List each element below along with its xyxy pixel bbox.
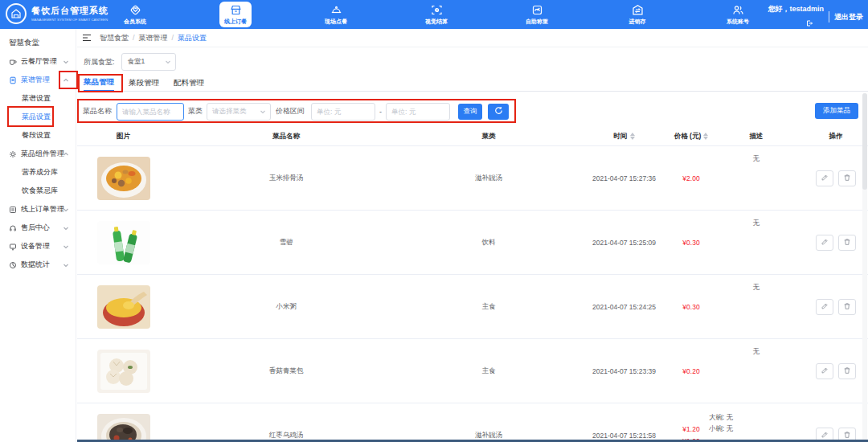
menu-collapse-icon[interactable] bbox=[82, 34, 92, 42]
dish-name-label: 菜品名称 bbox=[83, 106, 112, 117]
dish-price: ¥0.20 bbox=[674, 339, 709, 403]
nav-label: 视觉结算 bbox=[425, 18, 448, 26]
chevron-up-icon bbox=[63, 151, 69, 158]
pie-chart-icon bbox=[9, 261, 17, 269]
sidebar-item-meal-period-settings[interactable]: 餐段设置 bbox=[0, 126, 76, 145]
nav-item-member-system[interactable]: 会员系统 bbox=[113, 2, 158, 27]
edit-button[interactable] bbox=[816, 299, 833, 315]
table-row: 香菇青菜包 主食 2021-04-07 15:23:39 ¥0.20 无 bbox=[77, 339, 868, 403]
sidebar-label: 餐段设置 bbox=[22, 130, 51, 141]
vertical-scrollbar[interactable] bbox=[862, 93, 867, 441]
query-button[interactable]: 查询 bbox=[458, 104, 482, 120]
nav-item-inventory[interactable]: 进销存 bbox=[615, 2, 660, 27]
delete-button[interactable] bbox=[838, 235, 856, 251]
tab-meal-period-management[interactable]: 菜段管理 bbox=[129, 74, 159, 92]
scale-icon bbox=[531, 4, 543, 16]
dish-time: 2021-04-07 15:21:58 bbox=[575, 403, 674, 442]
sidebar-item-online-order-management[interactable]: 线上订单管理 bbox=[0, 200, 76, 219]
pencil-icon bbox=[821, 236, 829, 248]
dish-price-list: ¥1.20 ¥1.00 bbox=[674, 403, 709, 442]
heart-badge-icon bbox=[129, 4, 141, 16]
dish-category: 滋补靓汤 bbox=[403, 403, 575, 442]
nav-item-online-ordering[interactable]: 线上订餐 bbox=[219, 2, 252, 27]
sidebar-item-nutrition-library[interactable]: 营养成分库 bbox=[0, 163, 76, 182]
dish-name: 红枣乌鸡汤 bbox=[170, 403, 403, 442]
breadcrumb: 智慧食堂 / 菜谱管理 / 菜品设置 bbox=[77, 29, 868, 47]
add-dish-button[interactable]: 添加菜品 bbox=[815, 103, 858, 119]
column-header-category: 菜类 bbox=[403, 127, 575, 145]
table-row: 玉米排骨汤 滋补靓汤 2021-04-07 15:27:36 ¥2.00 无 bbox=[77, 146, 868, 211]
tab-ingredient-management[interactable]: 配料管理 bbox=[174, 74, 204, 92]
sidebar-item-data-statistics[interactable]: 数据统计 bbox=[0, 256, 76, 274]
dish-price: ¥0.30 bbox=[674, 211, 709, 274]
canteen-select[interactable]: 食堂1 bbox=[121, 53, 176, 71]
breadcrumb-separator: / bbox=[172, 34, 174, 42]
tab-dish-management[interactable]: 菜品管理 bbox=[84, 74, 114, 92]
logout-icon[interactable] bbox=[806, 15, 813, 30]
nav-item-self-weighing[interactable]: 自助称重 bbox=[514, 2, 559, 27]
document-icon bbox=[9, 76, 17, 84]
price-min-input[interactable] bbox=[311, 103, 375, 121]
sort-carets-icon[interactable] bbox=[703, 133, 708, 140]
sidebar-label: 智慧食堂 bbox=[9, 38, 39, 48]
dish-table: 图片 菜品名称 菜类 时间 价格 (元) 描述 操作 玉米排骨汤 滋补靓汤 20… bbox=[77, 127, 868, 442]
price-max-input[interactable] bbox=[386, 103, 450, 121]
edit-button[interactable] bbox=[816, 170, 833, 186]
sidebar-label: 饮食禁忌库 bbox=[22, 186, 58, 196]
sidebar-item-device-management[interactable]: 设备管理 bbox=[0, 237, 76, 256]
chevron-down-icon bbox=[260, 108, 266, 115]
delete-button[interactable] bbox=[838, 299, 856, 315]
breadcrumb-item[interactable]: 菜谱管理 bbox=[139, 33, 168, 43]
dish-price: ¥1.20 bbox=[682, 424, 699, 435]
sidebar-item-dish-settings[interactable]: 菜品设置 bbox=[0, 108, 76, 126]
refresh-button[interactable] bbox=[488, 104, 509, 120]
column-header-time[interactable]: 时间 bbox=[575, 127, 674, 145]
table-header-row: 图片 菜品名称 菜类 时间 价格 (元) 描述 操作 bbox=[77, 127, 868, 146]
canteen-select-value: 食堂1 bbox=[128, 57, 145, 67]
column-header-label: 时间 bbox=[614, 132, 628, 141]
sidebar-item-dish-component-management[interactable]: 菜品组件管理 bbox=[0, 145, 76, 163]
sidebar-item-smart-canteen[interactable]: 智慧食堂 bbox=[0, 34, 76, 52]
logout-button[interactable]: 退出登录 bbox=[834, 12, 863, 23]
sidebar-item-after-sales-center[interactable]: 售后中心 bbox=[0, 219, 76, 237]
trash-icon bbox=[843, 301, 851, 313]
trash-icon bbox=[843, 365, 851, 377]
edit-button[interactable] bbox=[816, 363, 833, 379]
sidebar-item-menu-management[interactable]: 菜谱管理 bbox=[0, 71, 76, 89]
column-header-name: 菜品名称 bbox=[170, 127, 403, 145]
vision-scan-icon bbox=[431, 4, 443, 16]
sidebar-item-diet-taboo-library[interactable]: 饮食禁忌库 bbox=[0, 182, 76, 200]
headset-icon bbox=[9, 224, 17, 232]
nav-item-vision-settlement[interactable]: 视觉结算 bbox=[414, 2, 459, 27]
chevron-down-icon bbox=[63, 207, 69, 213]
dish-desc: 无 bbox=[709, 211, 804, 274]
nav-item-onsite-ordering[interactable]: 现场点餐 bbox=[313, 2, 358, 27]
pencil-icon bbox=[821, 172, 829, 184]
edit-button[interactable] bbox=[816, 235, 833, 251]
sidebar: 智慧食堂 云餐厅管理 菜谱管理 菜谱设置 菜品设置 餐段设置 菜品组件管理 营养… bbox=[0, 29, 76, 442]
breadcrumb-item[interactable]: 智慧食堂 bbox=[100, 33, 129, 43]
pencil-icon bbox=[821, 365, 829, 377]
sort-carets-icon[interactable] bbox=[630, 133, 635, 140]
refresh-icon bbox=[494, 106, 503, 117]
delete-button[interactable] bbox=[838, 170, 856, 186]
dish-name: 雪碧 bbox=[170, 211, 403, 274]
sidebar-label: 售后中心 bbox=[21, 223, 50, 233]
column-header-photo: 图片 bbox=[77, 127, 170, 145]
nav-item-system-account[interactable]: 系统账号 bbox=[715, 2, 760, 27]
chevron-down-icon bbox=[63, 262, 69, 268]
sidebar-item-recipe-settings[interactable]: 菜谱设置 bbox=[0, 89, 76, 108]
scrollbar-thumb[interactable] bbox=[862, 93, 867, 190]
trash-icon bbox=[843, 236, 851, 248]
column-header-price[interactable]: 价格 (元) bbox=[674, 127, 709, 145]
search-filter-bar: 菜品名称 菜类 请选择菜类 价格区间 - 查询 bbox=[77, 98, 868, 125]
category-select[interactable]: 请选择菜类 bbox=[207, 103, 271, 121]
black-chicken-soup-photo bbox=[97, 414, 150, 442]
dish-name-input[interactable] bbox=[117, 103, 184, 121]
dish-price: ¥0.30 bbox=[674, 275, 709, 338]
price-range-dash: - bbox=[379, 108, 382, 116]
delete-button[interactable] bbox=[838, 363, 856, 379]
chevron-down-icon bbox=[63, 244, 69, 250]
dish-category: 主食 bbox=[403, 339, 575, 403]
sidebar-item-cloud-restaurant[interactable]: 云餐厅管理 bbox=[0, 52, 76, 71]
